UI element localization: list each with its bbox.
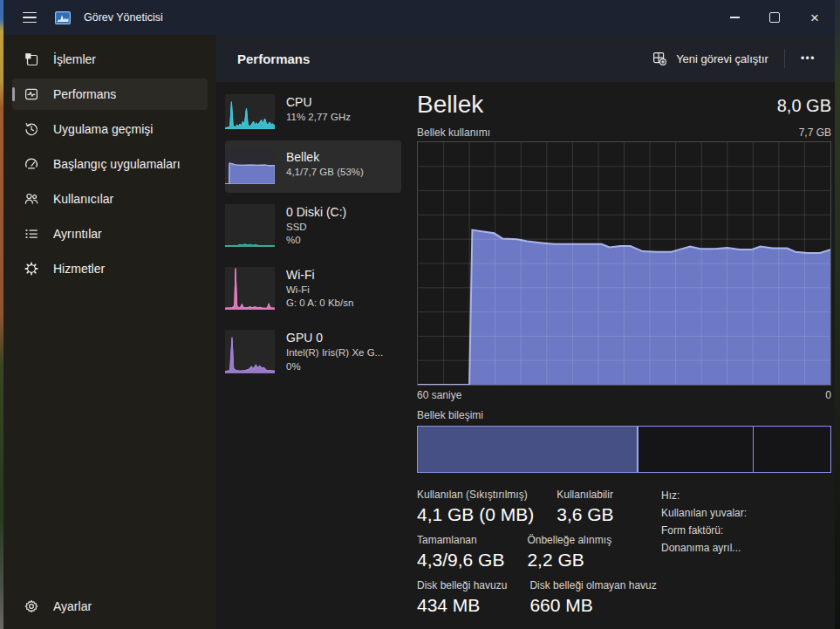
sidebar-item-label: Uygulama geçmişi [53,122,153,136]
stat-in-use: Kullanılan (Sıkıştırılmış) 4,1 GB (0 MB) [417,489,534,525]
window-body: İşlemler Performans Uygulama geçmişi [3,35,835,629]
services-icon [23,260,40,277]
disk-mini-chart [225,204,275,247]
sidebar: İşlemler Performans Uygulama geçmişi [3,35,216,629]
more-options-icon[interactable]: ••• [792,46,824,71]
hw-info-hardware-reserved: Donanıma ayrıl... [661,542,747,554]
task-manager-window: Görev Yöneticisi × İşlemler Performans [3,0,835,629]
close-icon[interactable]: × [795,0,835,35]
device-name: GPU 0 [286,330,383,346]
sidebar-item-ayrintilar[interactable]: Ayrıntılar [12,218,208,250]
sidebar-item-label: İşlemler [53,52,96,66]
device-row-memory[interactable]: Bellek 4,1/7,7 GB (53%) [225,140,401,193]
memory-stats: Kullanılan (Sıkıştırılmış) 4,1 GB (0 MB)… [417,489,831,616]
device-detail: %0 [286,234,346,247]
titlebar: Görev Yöneticisi × [3,0,835,35]
performance-icon [23,85,40,103]
sidebar-item-baslangic-uygulamalari[interactable]: Başlangıç uygulamaları [12,148,208,180]
window-title: Görev Yöneticisi [84,11,163,24]
device-detail: 0% [286,360,383,373]
hw-info-form-factor: Form faktörü: [661,524,747,537]
composition-segment-free [753,427,830,472]
header-actions: Yeni görevi çalıştır ••• [644,45,824,72]
memory-total-capacity: 8,0 GB [777,96,831,119]
memory-detail-panel: Bellek 8,0 GB Bellek kullanımı 7,7 GB 60… [401,82,835,629]
maximize-icon[interactable] [755,0,795,35]
details-icon [23,225,40,243]
sidebar-item-label: Hizmetler [53,262,105,276]
gpu-mini-chart [225,330,275,373]
sidebar-item-label: Ayarlar [53,599,92,613]
device-detail: G: 0 A: 0 Kb/sn [286,297,353,310]
memory-composition-bar[interactable] [417,426,831,473]
content-header: Performans Yeni görevi çalıştır ••• [216,35,835,82]
history-icon [23,120,40,138]
stat-cached: Önbelleğe alınmış 2,2 GB [527,534,611,571]
device-name: Wi-Fi [286,267,353,284]
sidebar-item-hizmetler[interactable]: Hizmetler [12,253,208,284]
page-title: Performans [237,51,310,66]
main-content: Performans Yeni görevi çalıştır ••• [216,35,835,629]
device-row-wifi[interactable]: Wi-Fi Wi-Fi G: 0 A: 0 Kb/sn [225,258,401,318]
stat-available: Kullanılabilir 3,6 GB [557,489,613,525]
sidebar-item-uygulama-gecmisi[interactable]: Uygulama geçmişi [12,113,208,145]
sidebar-item-kullanicilar[interactable]: Kullanıcılar [12,183,208,215]
run-new-task-label: Yeni görevi çalıştır [676,52,768,65]
device-detail: 4,1/7,7 GB (53%) [286,166,364,179]
memory-composition-label: Bellek bileşimi [417,409,831,421]
memory-hardware-info: Hız: Kullanılan yuvalar: Form faktörü: D… [661,489,747,554]
sidebar-item-performans[interactable]: Performans [12,79,208,110]
stat-committed: Tamamlanan 4,3/9,6 GB [417,534,504,571]
sidebar-item-label: Başlangıç uygulamaları [53,157,181,171]
device-detail: Intel(R) Iris(R) Xe G... [286,346,383,359]
memory-usage-label: Bellek kullanımı [417,126,490,139]
composition-segment-standby [638,427,753,472]
hw-info-slots-used: Kullanılan yuvalar: [661,507,747,519]
memory-usage-max-label: 7,7 GB [799,126,831,139]
gear-icon [23,598,40,615]
composition-segment-in-use [418,427,638,472]
content-body: CPU 11% 2,77 GHz Bellek 4,1/7,7 GB (53%) [216,82,835,629]
desktop-edge-left [0,0,3,629]
minimize-icon[interactable] [714,0,755,35]
device-name: CPU [286,94,351,111]
device-detail: Wi-Fi [286,284,353,297]
hamburger-icon[interactable] [12,3,47,32]
chart-time-span-label: 60 saniye [417,389,461,401]
chart-time-zero-label: 0 [825,389,831,401]
hw-info-speed: Hız: [661,489,747,502]
device-row-gpu0[interactable]: GPU 0 Intel(R) Iris(R) Xe G... 0% [225,321,401,381]
device-name: Bellek [286,149,364,166]
sidebar-item-label: Performans [53,87,116,101]
sidebar-item-islemler[interactable]: İşlemler [12,44,208,75]
performance-device-list: CPU 11% 2,77 GHz Bellek 4,1/7,7 GB (53%) [216,82,401,629]
device-detail: 11% 2,77 GHz [286,111,351,124]
device-row-disk0[interactable]: 0 Diski (C:) SSD %0 [225,195,401,256]
device-name: 0 Diski (C:) [286,204,346,221]
new-task-icon [652,51,667,66]
sidebar-item-ayarlar[interactable]: Ayarlar [12,591,208,622]
wifi-mini-chart [225,267,275,310]
desktop-edge-right [835,0,840,629]
sidebar-item-label: Kullanıcılar [53,192,113,206]
selected-indicator [12,87,15,101]
memory-mini-chart [225,149,275,184]
stat-non-paged-pool: Disk belleği olmayan havuz 660 MB [529,579,656,616]
startup-icon [23,155,40,173]
sidebar-item-label: Ayrıntılar [53,227,102,241]
memory-usage-chart[interactable] [417,141,831,386]
cpu-mini-chart [225,94,275,129]
users-icon [23,190,40,208]
processes-icon [23,51,40,68]
device-detail: SSD [286,221,346,234]
device-row-cpu[interactable]: CPU 11% 2,77 GHz [225,85,401,138]
app-icon [55,11,71,24]
window-controls: × [714,0,835,35]
header-divider [784,49,785,68]
memory-title: Bellek [417,91,483,119]
stat-paged-pool: Disk belleği havuzu 434 MB [417,579,507,616]
run-new-task-button[interactable]: Yeni görevi çalıştır [644,45,777,72]
